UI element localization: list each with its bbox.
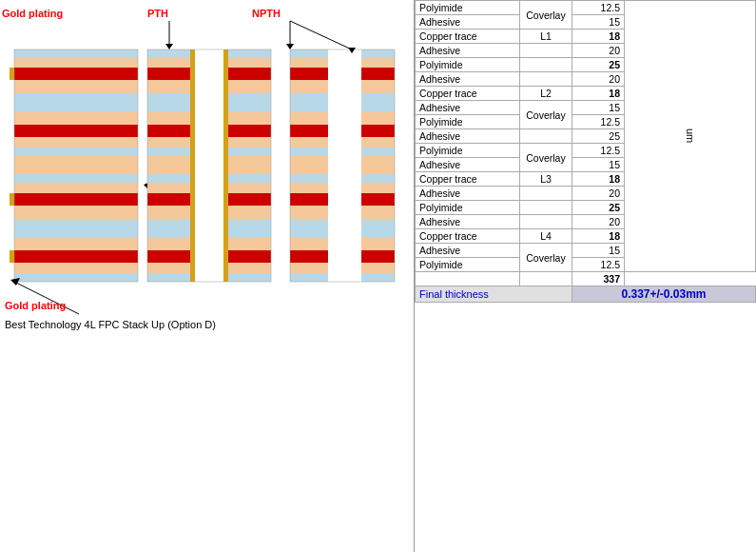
svg-marker-3 [286, 44, 294, 49]
svg-text:Best Technology 4L FPC Stack U: Best Technology 4L FPC Stack Up (Option … [5, 319, 216, 330]
layer-cell: L2 [520, 87, 572, 101]
svg-rect-46 [190, 49, 228, 282]
material-cell: Copper trace [416, 229, 520, 244]
svg-text:Gold plating: Gold plating [5, 300, 66, 311]
svg-rect-6 [14, 49, 138, 58]
thickness-cell: 15 [572, 244, 625, 258]
svg-rect-7 [14, 58, 138, 68]
svg-rect-24 [14, 273, 138, 282]
svg-rect-17 [14, 183, 138, 193]
thickness-cell: 12.5 [572, 258, 625, 272]
material-cell: Polyimide [416, 144, 520, 158]
material-cell: Copper trace [416, 172, 520, 187]
svg-rect-26 [10, 193, 14, 206]
svg-rect-11 [14, 111, 138, 125]
thickness-cell: 18 [572, 172, 625, 187]
layer-cell: L1 [520, 30, 572, 44]
layer-cell [520, 201, 572, 215]
svg-rect-23 [14, 263, 138, 273]
pcb-svg: Gold plating Best Technology 4L FPC Stac… [0, 0, 409, 528]
thickness-cell: 15 [572, 15, 625, 30]
material-cell: Adhesive [416, 15, 520, 30]
svg-rect-15 [14, 156, 138, 174]
final-thickness-value: 0.337+/-0.03mm [572, 286, 756, 303]
svg-line-75 [290, 21, 352, 49]
material-cell: Adhesive [416, 129, 520, 144]
svg-rect-72 [10, 250, 14, 263]
layer-group-cell: Coverlay [520, 244, 572, 272]
thickness-cell: 20 [572, 44, 625, 58]
material-cell: Polyimide [416, 201, 520, 215]
svg-rect-16 [14, 174, 138, 183]
thickness-cell: 18 [572, 30, 625, 44]
stack-table: Polyimide Coverlay 12.5 um Adhesive 15 C… [415, 0, 756, 303]
material-cell [416, 272, 520, 286]
svg-rect-25 [10, 68, 14, 80]
svg-marker-1 [165, 44, 173, 49]
layer-group-cell: Coverlay [520, 144, 572, 172]
table-row-total: 337 [416, 272, 756, 286]
layer-cell [520, 129, 572, 144]
thickness-cell: 15 [572, 101, 625, 115]
thickness-cell: 25 [572, 58, 625, 72]
thickness-cell: 18 [572, 229, 625, 244]
layer-cell [520, 215, 572, 229]
main-container: Gold plating PTH NPTH [0, 0, 756, 552]
material-cell: Adhesive [416, 158, 520, 172]
table-container: Polyimide Coverlay 12.5 um Adhesive 15 C… [414, 0, 756, 552]
svg-rect-8 [14, 68, 138, 80]
thickness-cell: 12.5 [572, 144, 625, 158]
material-cell: Adhesive [416, 72, 520, 87]
layer-cell: L3 [520, 172, 572, 187]
thickness-cell: 15 [572, 158, 625, 172]
thickness-cell: 25 [572, 129, 625, 144]
thickness-cell: 20 [572, 72, 625, 87]
material-cell: Adhesive [416, 215, 520, 229]
layer-cell [520, 187, 572, 201]
layer-group-cell: Coverlay [520, 1, 572, 30]
pcb-diagram: Gold plating PTH NPTH [0, 0, 414, 552]
svg-rect-19 [14, 206, 138, 219]
thickness-cell: 18 [572, 87, 625, 101]
unit-cell: um [625, 1, 756, 272]
thickness-cell: 20 [572, 215, 625, 229]
svg-rect-68 [328, 49, 361, 282]
thickness-cell: 12.5 [572, 1, 625, 15]
material-cell: Polyimide [416, 58, 520, 72]
material-cell: Adhesive [416, 44, 520, 58]
svg-rect-48 [223, 49, 228, 282]
layer-cell [520, 58, 572, 72]
svg-rect-14 [14, 148, 138, 156]
svg-rect-10 [14, 93, 138, 111]
thickness-total-cell: 337 [572, 272, 625, 286]
svg-rect-22 [14, 250, 138, 263]
svg-rect-18 [14, 193, 138, 206]
material-cell: Copper trace [416, 87, 520, 101]
thickness-cell: 20 [572, 187, 625, 201]
material-cell: Adhesive [416, 187, 520, 201]
layer-group-cell: Coverlay [520, 101, 572, 129]
svg-rect-13 [14, 137, 138, 148]
material-cell: Polyimide [416, 115, 520, 129]
material-cell: Polyimide [416, 258, 520, 272]
layer-cell: L4 [520, 229, 572, 244]
material-cell: Copper trace [416, 30, 520, 44]
svg-rect-12 [14, 125, 138, 137]
material-cell: Polyimide [416, 1, 520, 15]
layer-cell [520, 44, 572, 58]
svg-rect-47 [190, 49, 195, 282]
svg-rect-9 [14, 80, 138, 93]
table-row: Polyimide Coverlay 12.5 um [416, 1, 756, 15]
material-cell: Adhesive [416, 244, 520, 258]
thickness-cell: 12.5 [572, 115, 625, 129]
thickness-cell: 25 [572, 201, 625, 215]
final-thickness-row: Final thickness 0.337+/-0.03mm [416, 286, 756, 303]
layer-cell [520, 72, 572, 87]
svg-rect-20 [14, 219, 138, 237]
layer-cell [520, 272, 572, 286]
material-cell: Adhesive [416, 101, 520, 115]
svg-rect-21 [14, 237, 138, 250]
final-thickness-label: Final thickness [416, 286, 572, 303]
